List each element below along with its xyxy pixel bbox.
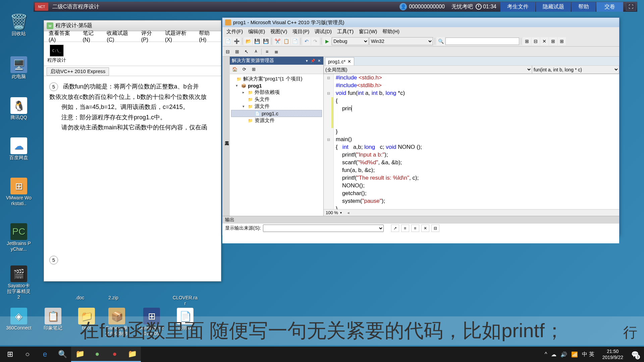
find-icon[interactable]: 🔍 [437,37,445,45]
notification-icon[interactable]: 💬3 [627,347,643,362]
platform-dropdown[interactable]: Win32 [369,37,433,45]
launch-vc-button[interactable]: 启动VC++ 2010 Express [47,67,109,76]
tray-chevron-icon[interactable]: ^ [545,351,547,357]
member-dropdown[interactable]: fun(int a, int b, long * c) [532,65,619,74]
output-btn-3[interactable]: ≡ [411,225,419,232]
student-files-button[interactable]: 考生文件 [500,2,535,12]
tree-resource-files[interactable]: 📁资源文件 [231,117,322,124]
tray-onedrive-icon[interactable]: ☁ [551,351,556,358]
code-lines[interactable]: #include <stdio.h> #include<stdlib.h> vo… [334,74,619,209]
pin-icon[interactable]: 📌 [311,58,315,63]
task-app1-icon[interactable]: ● [89,347,106,362]
find-input[interactable] [445,38,519,45]
tray-volume-icon[interactable]: 🔊 [560,351,567,358]
copy-icon[interactable]: 📋 [282,37,290,45]
expand-icon[interactable]: ⛶ [626,3,636,11]
tool-program-design[interactable]: C:\_ 程序设计 [47,45,67,63]
tree-project[interactable]: ▾📦prog1 [231,82,322,89]
desktop-icon-qq[interactable]: 🐧腾讯QQ [6,97,32,120]
output-btn-5[interactable]: ⊟ [431,225,439,232]
desktop-icon-baidu-pan[interactable]: ☁百度网盘 [6,137,32,161]
paste-icon[interactable]: 📄 [291,37,299,45]
desktop-icon-pycharm[interactable]: PCJetBrains PyChar... [6,223,32,252]
menu-tools[interactable]: 工具(T) [334,28,356,36]
search-icon[interactable]: 🔍 [54,347,71,362]
add-item-icon[interactable]: ➕ [232,37,240,45]
config-dropdown[interactable]: Debug [332,37,369,45]
help-button[interactable]: 帮助 [572,2,596,12]
menu-project[interactable]: 项目(P) [290,28,312,36]
menu-view-answer[interactable]: 查看答案(A) [45,28,79,44]
menu-analysis[interactable]: 试题评析(X) [162,28,196,44]
menu-debug[interactable]: 调试(D) [312,28,334,36]
home-icon[interactable]: 🏠 [231,66,238,73]
properties-icon[interactable]: ⊞ [250,66,257,73]
scope-dropdown[interactable]: (全局范围) [324,65,532,74]
task-app3-icon[interactable]: 📁 [123,347,141,362]
dropdown-icon[interactable]: ▾ [305,58,309,63]
tool-icon-3[interactable]: ✕ [540,37,548,45]
tab-close-icon[interactable]: ✕ [347,59,351,64]
menu-window[interactable]: 窗口(W) [356,28,380,36]
tray-wifi-icon[interactable]: 📶 [571,351,578,358]
output-btn-2[interactable]: ≡ [401,225,409,232]
desktop-icon-recycle-bin[interactable]: 🗑️回收站 [6,13,32,37]
menu-file[interactable]: 文件(F) [224,28,246,36]
hide-question-button[interactable]: 隐藏试题 [536,2,571,12]
undo-icon[interactable]: ↶ [303,37,311,45]
desktop-icon-vmware[interactable]: ⊞VMware Workstati.. [6,178,32,206]
tool-icon-4[interactable]: ⊞ [549,37,557,45]
zoom-dropdown-icon[interactable]: ▾ [340,211,342,215]
menu-notes[interactable]: 笔记(N) [79,28,104,44]
save-all-icon[interactable]: 💾 [262,37,270,45]
tb2-icon-5[interactable]: ≡ [263,48,271,56]
menu-view[interactable]: 视图(V) [268,28,290,36]
menu-edit[interactable]: 编辑(E) [246,28,268,36]
output-btn-4[interactable]: ✕ [421,225,429,232]
editor-tabs: prog1.c* ✕ [324,57,619,65]
save-icon[interactable]: 💾 [253,37,261,45]
tree-source-files[interactable]: ▾📁源文件 [231,103,322,110]
menu-help[interactable]: 帮助(H) [380,28,402,36]
explorer-icon[interactable]: 📁 [71,347,89,362]
tree-prog1-c[interactable]: 📄prog1.c [231,110,322,117]
tree-solution[interactable]: 📁解决方案"prog1"(1 个项目) [231,75,322,82]
desktop-icon-clover[interactable]: CLOVER.rar [172,278,198,306]
tool-icon-5[interactable]: ⊞ [558,37,566,45]
redo-icon[interactable]: ↷ [311,37,319,45]
output-source-dropdown[interactable] [263,225,384,232]
tool-icon-2[interactable]: ⊟ [532,37,540,45]
start-button[interactable]: ⊞ [1,347,19,362]
vs-titlebar[interactable]: prog1 - Microsoft Visual C++ 2010 学习版(管理… [222,18,619,27]
tb2-icon-6[interactable]: ≣ [272,48,280,56]
code-editor[interactable]: ⊟⊟ ⊟ ⊟ #include <stdio.h> #include<stdli… [324,74,619,209]
output-btn-1[interactable]: ↗ [391,225,399,232]
start-debug-icon[interactable]: ▶ [323,37,331,45]
edge-icon[interactable]: e [36,347,54,362]
refresh-icon[interactable]: ⟳ [240,66,248,73]
tab-prog1-c[interactable]: prog1.c* ✕ [325,57,354,65]
tool-icon-1[interactable]: ⊞ [523,37,531,45]
submit-exam-button[interactable]: 交卷 [596,2,623,12]
taskbar-clock[interactable]: 21:50 2019/9/22 [598,348,627,360]
tree-external-deps[interactable]: ▸📁外部依赖项 [231,89,322,96]
menu-favorite[interactable]: 收藏试题(C) [103,28,138,44]
tb2-icon-4[interactable]: A [252,48,260,56]
cut-icon[interactable]: ✂️ [273,37,281,45]
tb2-icon-1[interactable]: ⊟ [224,48,232,56]
toolbox-tab[interactable]: 工具箱 [222,57,230,216]
menu-score[interactable]: 评分(P) [138,28,162,44]
new-project-icon[interactable]: 📄 [224,37,232,45]
menu-help[interactable]: 帮助(H) [196,28,220,44]
task-app2-icon[interactable]: ● [106,347,123,362]
open-icon[interactable]: 📂 [244,37,252,45]
tb2-icon-3[interactable]: ↖ [243,48,251,56]
close-icon[interactable]: ✕ [317,58,321,63]
tree-header-files[interactable]: 📁头文件 [231,96,322,103]
zoom-level[interactable]: 100 % [326,210,338,215]
desktop-icon-sayatoo[interactable]: 🎬Sayatoo卡拉字幕精灵 2 [6,265,32,300]
cortana-icon[interactable]: ○ [19,347,36,362]
desktop-icon-this-pc[interactable]: 🖥️此电脑 [6,56,32,79]
tray-ime-icon[interactable]: 中 英 [582,351,594,358]
tb2-icon-2[interactable]: ⊞ [233,48,241,56]
